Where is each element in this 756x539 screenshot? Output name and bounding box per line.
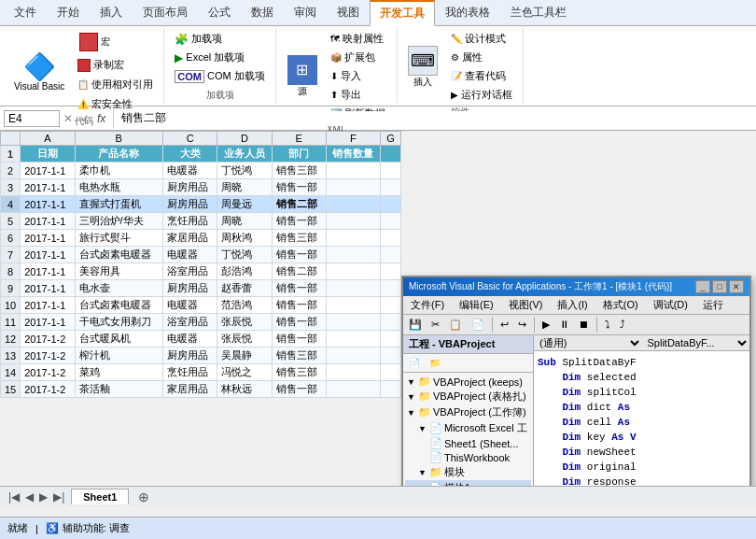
cell-a9[interactable]: 2017-1-1 [21, 280, 75, 297]
cell-c5[interactable]: 烹饪用品 [163, 213, 217, 230]
sheet-nav-last[interactable]: ▶| [50, 490, 67, 504]
vba-tool-run[interactable]: ▶ [539, 317, 553, 333]
cell-b7[interactable]: 台式卤素电暖器 [75, 247, 163, 263]
cell-e14[interactable]: 销售三部 [272, 364, 326, 381]
vba-tool-save[interactable]: 💾 [405, 317, 426, 333]
vba-tree-item-3[interactable]: ▼ 📄 Microsoft Excel 工 [405, 420, 531, 436]
cell-a2[interactable]: 2017-1-1 [21, 163, 75, 179]
tab-view[interactable]: 视图 [327, 0, 370, 25]
cell-a7[interactable]: 2017-1-1 [21, 247, 75, 263]
cell-d5[interactable]: 周晓 [217, 213, 272, 230]
vba-tree-item-1[interactable]: ▼ 📁 VBAProject (表格扎) [405, 389, 531, 404]
import-button[interactable]: ⬇ 导入 [326, 67, 390, 85]
cell-e15[interactable]: 销售一部 [272, 381, 326, 398]
cell-c2[interactable]: 电暖器 [163, 163, 217, 179]
cell-a6[interactable]: 2017-1-1 [21, 230, 75, 247]
sheet-tab-sheet1[interactable]: Sheet1 [71, 489, 129, 504]
vba-tool-step-into[interactable]: ⤵ [601, 317, 614, 333]
view-code-button[interactable]: 📝 查看代码 [446, 67, 517, 85]
vba-menu-debug[interactable]: 调试(D) [646, 296, 695, 314]
properties-button[interactable]: ⚙ 属性 [446, 49, 517, 66]
cell-c3[interactable]: 厨房用品 [163, 179, 217, 196]
cell-e11[interactable]: 销售一部 [272, 314, 326, 331]
export-button[interactable]: ⬆ 导出 [326, 86, 390, 104]
vba-tree-item-6[interactable]: ▼ 📁 模块 [405, 464, 531, 480]
cell-f10[interactable] [326, 297, 380, 314]
cell-b15[interactable]: 茶活釉 [75, 381, 163, 398]
header-product[interactable]: 产品名称 [75, 146, 163, 163]
design-mode-button[interactable]: ✏️ 设计模式 [446, 30, 517, 48]
vba-tool-paste[interactable]: 📄 [468, 317, 488, 333]
cell-b12[interactable]: 台式暖风机 [75, 331, 163, 348]
sheet-nav-next[interactable]: ▶ [36, 490, 50, 504]
extension-pack-button[interactable]: 📦 扩展包 [326, 49, 390, 66]
cell-d9[interactable]: 赵香蕾 [217, 280, 272, 297]
cell-e6[interactable]: 销售三部 [272, 230, 326, 247]
cell-c10[interactable]: 电暖器 [163, 297, 217, 314]
vba-proc-dropdown[interactable]: SplitDataByF... [642, 335, 750, 350]
excel-addins-button[interactable]: ▶ Excel 加载项 [170, 49, 249, 66]
cell-e13[interactable]: 销售三部 [272, 348, 326, 364]
cell-c12[interactable]: 电暖器 [163, 331, 217, 348]
cell-e4-selected[interactable]: 销售二部 [272, 196, 326, 213]
cell-d3[interactable]: 周晓 [217, 179, 272, 196]
cell-d12[interactable]: 张辰悦 [217, 331, 272, 348]
vba-menu-run[interactable]: 运行 [695, 296, 731, 314]
vba-project-view-code[interactable]: 📄 [405, 356, 424, 370]
cell-e7[interactable]: 销售一部 [272, 247, 326, 263]
vba-code-editor[interactable]: Sub SplitDataByF Dim selected Dim splitC… [534, 351, 749, 486]
cell-e5[interactable]: 销售一部 [272, 213, 326, 230]
visual-basic-button[interactable]: 🔷 Visual Basic [9, 49, 69, 94]
cell-b5[interactable]: 三明治炉/华夫 [75, 213, 163, 230]
cell-a11[interactable]: 2017-1-1 [21, 314, 75, 331]
cell-d15[interactable]: 林秋远 [217, 381, 272, 398]
cell-e9[interactable]: 销售一部 [272, 280, 326, 297]
cell-b10[interactable]: 台式卤素电暖器 [75, 297, 163, 314]
cell-d10[interactable]: 范浩鸿 [217, 297, 272, 314]
map-properties-button[interactable]: 🗺 映射属性 [326, 30, 390, 48]
cell-b13[interactable]: 榨汁机 [75, 348, 163, 364]
vba-menu-file[interactable]: 文件(F) [403, 296, 452, 314]
cell-f13[interactable] [326, 348, 380, 364]
tab-developer[interactable]: 开发工具 [370, 0, 435, 26]
tab-review[interactable]: 审阅 [284, 0, 327, 25]
tab-data[interactable]: 数据 [241, 0, 284, 25]
vba-object-dropdown[interactable]: (通用) [534, 335, 642, 350]
cell-c6[interactable]: 家居用品 [163, 230, 217, 247]
cell-reference-input[interactable] [4, 110, 60, 127]
vba-menu-format[interactable]: 格式(O) [595, 296, 646, 314]
tab-formula[interactable]: 公式 [198, 0, 241, 25]
cell-c8[interactable]: 浴室用品 [163, 263, 217, 280]
vba-tool-cut[interactable]: ✂ [427, 317, 443, 333]
cell-c14[interactable]: 烹饪用品 [163, 364, 217, 381]
cell-f14[interactable] [326, 364, 380, 381]
cell-e12[interactable]: 销售一部 [272, 331, 326, 348]
com-addins-button[interactable]: COM COM 加载项 [170, 67, 269, 85]
cell-f12[interactable] [326, 331, 380, 348]
cell-f2[interactable] [326, 163, 380, 179]
cell-c15[interactable]: 家居用品 [163, 381, 217, 398]
cell-d6[interactable]: 周秋鸿 [217, 230, 272, 247]
cell-f3[interactable] [326, 179, 380, 196]
cell-a14[interactable]: 2017-1-2 [21, 364, 75, 381]
cell-f7[interactable] [326, 247, 380, 263]
cell-e2[interactable]: 销售三部 [272, 163, 326, 179]
cell-b11[interactable]: 干电式女用剃刀 [75, 314, 163, 331]
header-date[interactable]: 日期 [21, 146, 75, 163]
cell-f9[interactable] [326, 280, 380, 297]
cell-a8[interactable]: 2017-1-1 [21, 263, 75, 280]
cell-f11[interactable] [326, 314, 380, 331]
cell-f15[interactable] [326, 381, 380, 398]
vba-menu-edit[interactable]: 编辑(E) [452, 296, 501, 314]
vba-minimize-button[interactable]: _ [695, 280, 710, 293]
cell-e3[interactable]: 销售一部 [272, 179, 326, 196]
cell-c11[interactable]: 浴室用品 [163, 314, 217, 331]
macro-button[interactable]: 宏 [73, 30, 158, 54]
header-quantity[interactable]: 销售数量 [326, 146, 380, 163]
cell-a10[interactable]: 2017-1-1 [21, 297, 75, 314]
vba-tree-item-4[interactable]: 📄 Sheet1 (Sheet... [405, 436, 531, 450]
cell-b9[interactable]: 电水壶 [75, 280, 163, 297]
cell-a3[interactable]: 2017-1-1 [21, 179, 75, 196]
tab-home[interactable]: 开始 [47, 0, 90, 25]
vba-tool-step-over[interactable]: ⤴ [616, 317, 629, 333]
